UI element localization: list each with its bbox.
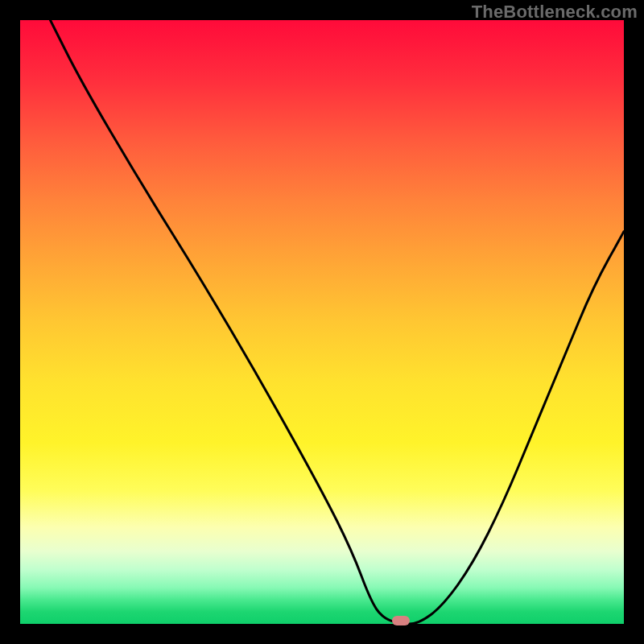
bottleneck-curve-line <box>51 20 625 624</box>
curve-svg <box>20 20 624 624</box>
plot-area <box>20 20 624 624</box>
optimal-point-marker <box>392 616 410 625</box>
chart-frame: TheBottleneck.com <box>0 0 644 644</box>
